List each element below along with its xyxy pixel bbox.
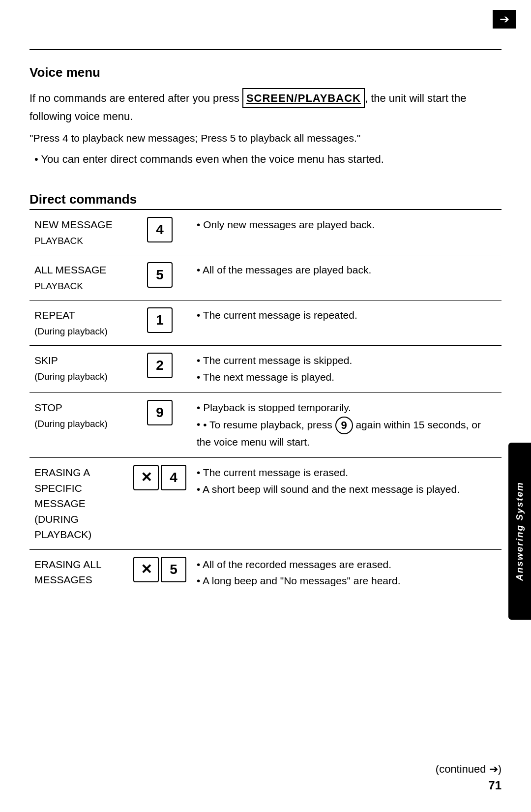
inline-key-9: 9 [335, 417, 353, 434]
command-description: All of the messages are played back. [192, 255, 502, 301]
star-key: ✕ [133, 465, 159, 490]
top-divider [30, 49, 502, 50]
command-label: STOP(During playback) [30, 393, 128, 458]
command-description: All of the recorded messages are erased.… [192, 549, 502, 597]
table-row: STOP(During playback)9Playback is stoppe… [30, 393, 502, 458]
screen-playback-button-label: SCREEN/PLAYBACK [242, 88, 365, 108]
continued-text: (continued ➔) [436, 763, 502, 776]
voice-menu-bullet: You can enter direct commands even when … [34, 151, 502, 167]
command-label: NEW MESSAGEPLAYBACK [30, 210, 128, 255]
key-box: 9 [147, 400, 173, 425]
command-key: 2 [128, 346, 192, 393]
table-row: ERASING ALLMESSAGES✕5All of the recorded… [30, 549, 502, 597]
key-box: 4 [147, 217, 173, 242]
num-key: 4 [161, 465, 186, 490]
command-description: The current message is repeated. [192, 301, 502, 346]
command-key: 9 [128, 393, 192, 458]
key-box: 5 [147, 262, 173, 288]
voice-menu-title: Voice menu [30, 65, 502, 80]
table-row: REPEAT(During playback)1The current mess… [30, 301, 502, 346]
command-key: 4 [128, 210, 192, 255]
table-row: SKIP(During playback)2The current messag… [30, 346, 502, 393]
continued-label: (continued ➔) [436, 763, 502, 776]
next-page-arrow-icon [493, 10, 516, 29]
key-box: 2 [147, 353, 173, 378]
command-key: ✕4 [128, 458, 192, 550]
key-box: 1 [147, 307, 173, 333]
voice-menu-intro: If no commands are entered after you pre… [30, 88, 502, 124]
table-row: ERASING ASPECIFICMESSAGE(During playback… [30, 458, 502, 550]
command-label: SKIP(During playback) [30, 346, 128, 393]
voice-menu-section: Voice menu If no commands are entered af… [30, 65, 502, 167]
command-key: ✕5 [128, 549, 192, 597]
footer: (continued ➔) 71 [436, 763, 502, 792]
table-row: ALL MESSAGEPLAYBACK5All of the messages … [30, 255, 502, 301]
side-tab-text: Answering System [514, 481, 525, 581]
command-key: 5 [128, 255, 192, 301]
direct-commands-title: Direct commands [30, 192, 502, 207]
star-key: ✕ [133, 557, 159, 582]
direct-commands-section: Direct commands NEW MESSAGEPLAYBACK4Only… [30, 192, 502, 597]
voice-menu-quote: "Press 4 to playback new messages; Press… [30, 132, 502, 144]
table-row: NEW MESSAGEPLAYBACK4Only new messages ar… [30, 210, 502, 255]
command-description: Playback is stopped temporarily.• To res… [192, 393, 502, 458]
commands-table: NEW MESSAGEPLAYBACK4Only new messages ar… [30, 209, 502, 597]
command-description: The current message is skipped.The next … [192, 346, 502, 393]
command-description: The current message is erased.A short be… [192, 458, 502, 550]
num-key: 5 [161, 557, 186, 582]
command-label: ERASING ASPECIFICMESSAGE(During playback… [30, 458, 128, 550]
page-number: 71 [436, 779, 502, 792]
command-label: REPEAT(During playback) [30, 301, 128, 346]
intro-text-before: If no commands are entered after you pre… [30, 92, 239, 104]
command-key: 1 [128, 301, 192, 346]
side-tab: Answering System [508, 443, 531, 620]
command-description: Only new messages are played back. [192, 210, 502, 255]
command-label: ERASING ALLMESSAGES [30, 549, 128, 597]
command-label: ALL MESSAGEPLAYBACK [30, 255, 128, 301]
